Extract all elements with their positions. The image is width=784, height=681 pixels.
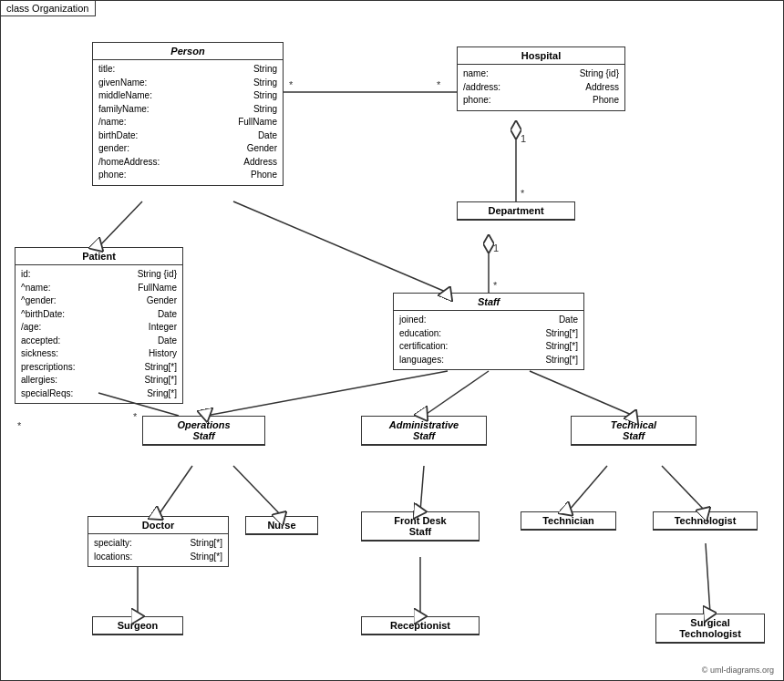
svg-text:*: * (493, 280, 498, 291)
svg-text:*: * (437, 79, 441, 90)
class-department: Department (457, 201, 575, 221)
class-receptionist-header: Receptionist (362, 617, 479, 635)
class-person-header: Person (93, 43, 283, 60)
class-nurse: Nurse (245, 516, 318, 535)
diagram-title: class Organization (1, 1, 96, 16)
svg-line-18 (530, 371, 634, 416)
class-technologist: Technologist (653, 511, 758, 531)
class-hospital: Hospital name:String {id} /address:Addre… (457, 46, 625, 111)
svg-line-21 (420, 466, 424, 511)
class-operations-staff: OperationsStaff (142, 416, 265, 446)
svg-line-19 (158, 466, 192, 516)
class-administrative-staff: AdministrativeStaff (361, 416, 487, 446)
class-staff: Staff joined:Date education:String[*] ce… (393, 293, 584, 370)
class-patient: Patient id:String {id} ^name:FullName ^g… (15, 247, 183, 404)
svg-line-23 (662, 466, 706, 511)
class-receptionist: Receptionist (361, 616, 480, 635)
class-doctor-header: Doctor (88, 517, 228, 534)
class-staff-body: joined:Date education:String[*] certific… (394, 311, 583, 369)
class-doctor-body: specialty:String[*] locations:String[*] (88, 534, 228, 566)
svg-text:*: * (521, 188, 525, 199)
class-front-desk-staff-header: Front DeskStaff (362, 512, 479, 541)
class-technologist-header: Technologist (654, 512, 757, 530)
svg-line-17 (424, 371, 489, 416)
svg-text:*: * (133, 411, 138, 422)
class-technician: Technician (521, 511, 616, 531)
class-staff-header: Staff (394, 294, 583, 311)
svg-text:*: * (17, 420, 22, 431)
class-person: Person title:String givenName:String mid… (92, 42, 284, 186)
class-technician-header: Technician (521, 512, 615, 530)
copyright: © uml-diagrams.org (702, 666, 774, 675)
class-front-desk-staff: Front DeskStaff (361, 511, 480, 542)
class-patient-body: id:String {id} ^name:FullName ^gender:Ge… (15, 265, 182, 403)
class-person-body: title:String givenName:String middleName… (93, 60, 283, 185)
svg-line-16 (206, 371, 448, 416)
class-hospital-header: Hospital (458, 47, 624, 65)
svg-line-26 (706, 543, 710, 614)
svg-line-20 (233, 466, 282, 516)
class-operations-staff-header: OperationsStaff (143, 417, 264, 445)
class-technical-staff: TechnicalStaff (571, 416, 696, 446)
class-hospital-body: name:String {id} /address:Address phone:… (458, 65, 624, 110)
svg-line-11 (98, 201, 142, 247)
class-surgeon: Surgeon (92, 616, 183, 635)
class-patient-header: Patient (15, 248, 182, 265)
svg-line-22 (568, 466, 607, 511)
class-technical-staff-header: TechnicalStaff (572, 417, 696, 445)
class-nurse-header: Nurse (246, 517, 317, 534)
class-administrative-staff-header: AdministrativeStaff (362, 417, 486, 445)
diagram-container: class Organization Person title:String g… (0, 0, 784, 681)
class-department-header: Department (458, 202, 574, 220)
svg-text:*: * (289, 79, 294, 90)
class-doctor: Doctor specialty:String[*] locations:Str… (88, 516, 229, 567)
svg-text:1: 1 (521, 133, 526, 144)
svg-line-12 (233, 201, 448, 293)
class-surgical-technologist: SurgicalTechnologist (655, 614, 765, 644)
svg-text:1: 1 (493, 242, 499, 253)
class-surgical-technologist-header: SurgicalTechnologist (656, 614, 764, 643)
class-surgeon-header: Surgeon (93, 617, 182, 635)
